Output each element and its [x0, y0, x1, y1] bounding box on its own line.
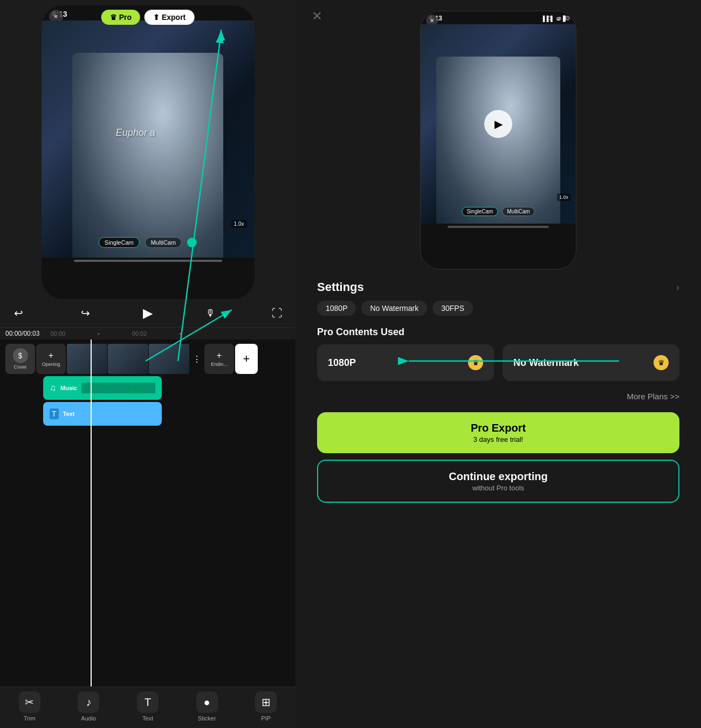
speed-badge-right: 1.0x [557, 193, 571, 201]
single-cam-btn[interactable]: SingleCam [99, 237, 140, 248]
timeline-header: 00:00/00:03 00:00 • 00:02 • [0, 327, 295, 339]
crown-icon-card1: ♛ [468, 355, 483, 370]
track-ending[interactable]: + Endin... [204, 344, 234, 374]
settings-header: Settings › [317, 280, 679, 294]
timeline-ruler: 00:00 • 00:02 • [39, 330, 290, 337]
phone-top-icons-right: ⟳ ⇌ ⚙ [547, 15, 571, 22]
multi-cam-btn[interactable]: MultiCam [145, 237, 182, 248]
continue-export-title: Continue exporting [449, 470, 547, 483]
cam-controls-right: SingleCam MultiCam [462, 207, 534, 216]
video-clip-1[interactable] [67, 344, 107, 374]
track-opening[interactable]: + Opening [36, 344, 66, 374]
play-overlay-right[interactable]: ▶ [484, 110, 512, 138]
settings-chevron-icon[interactable]: › [676, 282, 679, 293]
crown-icon-card2: ♛ [654, 355, 669, 370]
settings-title: Settings [317, 280, 364, 294]
redo-button[interactable]: ↪ [76, 303, 95, 323]
video-frame-right: ▶ 1.0x SingleCam MultiCam [421, 24, 576, 224]
trim-tool[interactable]: ✂ Trim [0, 691, 59, 722]
mirror-icon: ⇌ [556, 15, 561, 22]
video-progress-bar-left [74, 260, 222, 262]
track-music[interactable]: ♫ Music [43, 376, 162, 400]
pro-export-button[interactable]: Pro Export 3 days free trial! [317, 412, 679, 453]
action-buttons: Pro Export 3 days free trial! Continue e… [295, 407, 701, 514]
current-time-display: 00:00/00:03 [5, 330, 39, 337]
settings-badges: 1080P No Watermark 30FPS [317, 301, 679, 316]
more-plans-section: More Plans >> [295, 386, 701, 407]
close-button-right[interactable]: ✕ [312, 9, 322, 24]
play-icon: ▶ [143, 306, 153, 320]
right-panel: ✕ 6:13 ▌▌▌ ⊋ ▋ ✕ ⟳ ⇌ ⚙ ▶ 1.0x SingleCam … [295, 0, 701, 728]
controls-bar: ↩ ↪ ▶ 🎙 ⛶ [0, 299, 295, 327]
pro-card-watermark: No Watermark ♛ [503, 344, 679, 381]
resolution-badge[interactable]: 1080P [317, 301, 356, 316]
video-progress-bar-right [448, 226, 549, 228]
video-clip-2[interactable] [108, 344, 148, 374]
play-button[interactable]: ▶ [143, 306, 153, 321]
undo-button[interactable]: ↩ [9, 303, 28, 323]
export-button-phone[interactable]: ⬆ Export [145, 10, 194, 25]
pro-contents-section: Pro Contents Used 1080P ♛ No Watermark ♛ [295, 321, 701, 386]
video-clip-3[interactable] [149, 344, 189, 374]
single-cam-btn-right[interactable]: SingleCam [462, 207, 498, 216]
text-tool[interactable]: T Text [118, 691, 177, 722]
audio-tool[interactable]: ♪ Audio [59, 691, 119, 722]
continue-export-subtitle: without Pro tools [472, 484, 524, 492]
pro-button[interactable]: ♛ Pro [101, 10, 140, 25]
text-track-icon: T [50, 408, 59, 419]
track-text[interactable]: T Text [43, 402, 162, 426]
timeline-cursor [91, 339, 92, 687]
text-icon: T [137, 691, 159, 713]
rotate-icon: ⟳ [547, 15, 553, 22]
timeline-tracks: $ Cover + Opening ⋮ [0, 339, 295, 430]
pro-card-1-label: 1080P [328, 357, 356, 369]
continue-export-button[interactable]: Continue exporting without Pro tools [317, 460, 679, 503]
sticker-tool[interactable]: ● Sticker [177, 691, 237, 722]
cover-icon: $ [13, 348, 28, 363]
cam-controls-left: SingleCam MultiCam [99, 237, 197, 248]
bottom-toolbar: ✂ Trim ♪ Audio T Text ● Sticker ⊞ PIP [0, 687, 295, 728]
pro-contents-title: Pro Contents Used [317, 327, 679, 338]
music-track-row: ♫ Music [43, 376, 290, 400]
voice-button[interactable]: 🎙 [201, 303, 220, 323]
pro-export-title: Pro Export [471, 422, 526, 434]
add-clip-button[interactable]: + [235, 344, 258, 374]
music-waveform [81, 383, 155, 393]
video-person-left [72, 53, 223, 258]
phone-preview-left: 6:13 × ♛ Pro ⬆ Export Euphor a 1.0x Sing… [42, 5, 255, 299]
adjust-icon: ⚙ [565, 15, 571, 22]
video-clips-container [67, 344, 189, 374]
more-plans-link[interactable]: More Plans >> [627, 392, 679, 401]
multi-cam-btn-right[interactable]: MultiCam [502, 207, 534, 216]
opening-icon: + [49, 351, 53, 360]
pip-icon: ⊞ [255, 691, 277, 713]
video-frame-left: Euphor a 1.0x SingleCam MultiCam [42, 20, 255, 258]
cam-indicator [187, 238, 197, 247]
ending-icon: + [217, 351, 222, 360]
crown-icon: ♛ [110, 13, 117, 22]
phone-preview-right: 6:13 ▌▌▌ ⊋ ▋ ✕ ⟳ ⇌ ⚙ ▶ 1.0x SingleCam Mu… [420, 11, 576, 269]
track-video-row: $ Cover + Opening ⋮ [43, 344, 290, 374]
audio-icon: ♪ [78, 691, 99, 713]
fps-badge[interactable]: 30FPS [432, 301, 473, 316]
music-note-icon: ♫ [50, 383, 56, 393]
track-cover[interactable]: $ Cover [5, 344, 35, 374]
redo-icon: ↪ [81, 307, 90, 320]
microphone-icon: 🎙 [205, 308, 215, 319]
clip-options-icon[interactable]: ⋮ [190, 354, 203, 364]
pro-export-subtitle: 3 days free trial! [473, 435, 524, 443]
pip-tool[interactable]: ⊞ PIP [236, 691, 295, 722]
settings-section: Settings › 1080P No Watermark 30FPS [295, 269, 701, 321]
pro-card-2-label: No Watermark [513, 357, 579, 369]
sticker-icon: ● [196, 691, 218, 713]
fullscreen-icon: ⛶ [272, 307, 283, 320]
video-text-overlay: Euphor a [116, 127, 155, 138]
fullscreen-button[interactable]: ⛶ [267, 303, 287, 323]
export-icon: ⬆ [153, 13, 160, 22]
undo-icon: ↩ [14, 307, 23, 320]
text-track-row: T Text [43, 402, 290, 426]
trim-icon: ✂ [19, 691, 40, 713]
watermark-badge[interactable]: No Watermark [361, 301, 427, 316]
pro-contents-cards: 1080P ♛ No Watermark ♛ [317, 344, 679, 381]
video-person-right [436, 57, 560, 224]
